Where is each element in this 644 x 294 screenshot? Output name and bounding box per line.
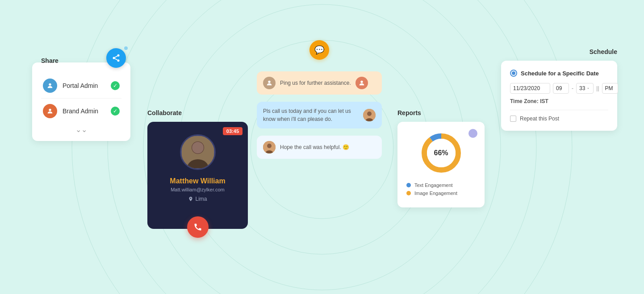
schedule-title: Schedule [501,48,617,55]
svg-point-12 [49,109,51,111]
legend-text-label: Text Engagement [414,182,453,188]
share-icon-btn[interactable] [106,48,126,68]
schedule-card: Schedule for a Specific Date - 33 || Tim… [501,61,617,131]
share-title: Share [41,57,59,64]
svg-line-9 [115,58,117,60]
chat-speech-icon: 💬 [309,40,329,60]
chat-bubble-1: Ping us for further assistance. [257,71,382,95]
chat-bubble-3: Hope the call was helpful. 🙂 [257,136,382,159]
schedule-header-text: Schedule for a Specific Date [521,70,599,77]
call-card: 03:45 Matthew William Matt.william@zylke… [147,122,248,229]
collaborate-title: Collaborate [147,109,248,116]
legend-dot-text [406,183,411,187]
schedule-radio[interactable] [510,70,517,77]
schedule-minute-value: 33 [579,85,585,91]
reports-title: Reports [397,109,485,116]
minute-chevron-icon [586,86,590,91]
caller-avatar [180,134,216,170]
repeat-post-label: Repeat this Post [520,116,559,122]
reports-section: Reports 66% Text Engagement Image Engage… [397,109,485,207]
legend-image-engagement: Image Engagement [406,190,476,196]
chat-message-1: Ping us for further assistance. [280,79,351,87]
chat-avatar-1 [263,77,276,89]
chat-bubble-2: Pls call us today and if you can let us … [257,102,382,128]
svg-point-24 [267,144,272,148]
brand-admin-avatar [43,104,57,118]
repeat-post-checkbox[interactable] [510,116,516,122]
caller-location: Lima [156,196,239,202]
caller-name: Matthew William [156,177,239,185]
schedule-minute-select[interactable]: 33 [576,83,594,94]
share-item-portal: Portal Admin ✓ [41,75,121,96]
reports-dot [468,129,477,138]
share-card: Share Portal Admin ✓ [32,62,130,141]
chat-message-3: Hope the call was helpful. 🙂 [280,143,376,151]
svg-point-19 [360,81,363,83]
schedule-timezone: Time Zone: IST [510,98,608,104]
schedule-repeat: Repeat this Post [510,116,608,122]
portal-admin-check: ✓ [111,81,120,90]
donut-chart: 66% [419,131,464,175]
caller-email: Matt.william@zylker.com [156,187,239,192]
reports-card: 66% Text Engagement Image Engagement [397,122,485,207]
schedule-inputs: - 33 || [510,83,608,94]
donut-label: 66% [434,149,448,157]
time-separator: - [572,85,573,91]
call-timer: 03:45 [223,127,243,135]
brand-admin-name: Brand Admin [63,108,105,115]
svg-point-21 [367,112,372,116]
end-call-button[interactable] [187,216,209,238]
share-item-brand: Brand Admin ✓ [41,100,121,122]
chat-message-2: Pls call us today and if you can let us … [263,107,359,123]
svg-point-18 [268,81,270,83]
svg-point-11 [49,83,51,86]
portal-admin-avatar [43,79,57,93]
chat-avatar-right-1 [355,77,368,89]
brand-admin-check: ✓ [111,107,120,116]
portal-admin-name: Portal Admin [63,82,105,89]
chat-avatar-left-3 [263,141,276,153]
legend-text-engagement: Text Engagement [406,182,476,188]
collaborate-section: Collaborate 03:45 Matthew William Matt.w… [147,109,248,229]
schedule-header: Schedule for a Specific Date [510,70,608,77]
legend-dot-image [406,191,411,195]
svg-point-6 [117,54,120,57]
schedule-hour-input[interactable] [553,83,569,94]
schedule-divider [510,110,608,110]
time-separator-2: || [596,85,599,91]
schedule-ampm-input[interactable] [602,83,618,94]
legend-image-label: Image Engagement [414,190,457,196]
chat-section: 💬 Ping us for further assistance. Pls ca… [257,45,382,166]
svg-line-10 [115,56,117,57]
schedule-date-input[interactable] [510,83,550,94]
svg-point-7 [113,57,115,59]
share-chevron-icon[interactable]: ⌄⌄ [41,122,121,134]
schedule-section: Schedule Schedule for a Specific Date - … [501,48,617,131]
chat-avatar-right-2 [363,109,376,121]
svg-point-8 [117,59,120,62]
svg-point-16 [192,142,204,153]
